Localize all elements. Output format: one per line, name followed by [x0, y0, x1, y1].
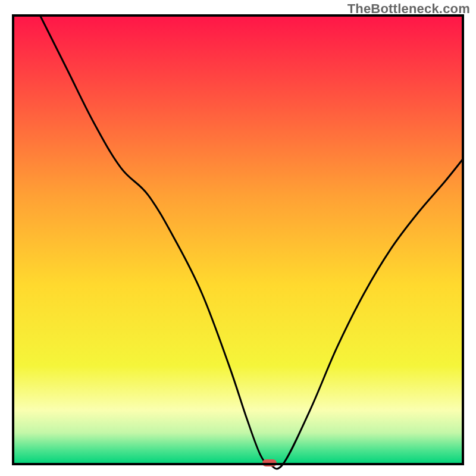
chart-frame: TheBottleneck.com [0, 0, 476, 476]
watermark-text: TheBottleneck.com [347, 1, 470, 17]
chart-background [13, 15, 463, 464]
chart-svg [0, 0, 476, 476]
